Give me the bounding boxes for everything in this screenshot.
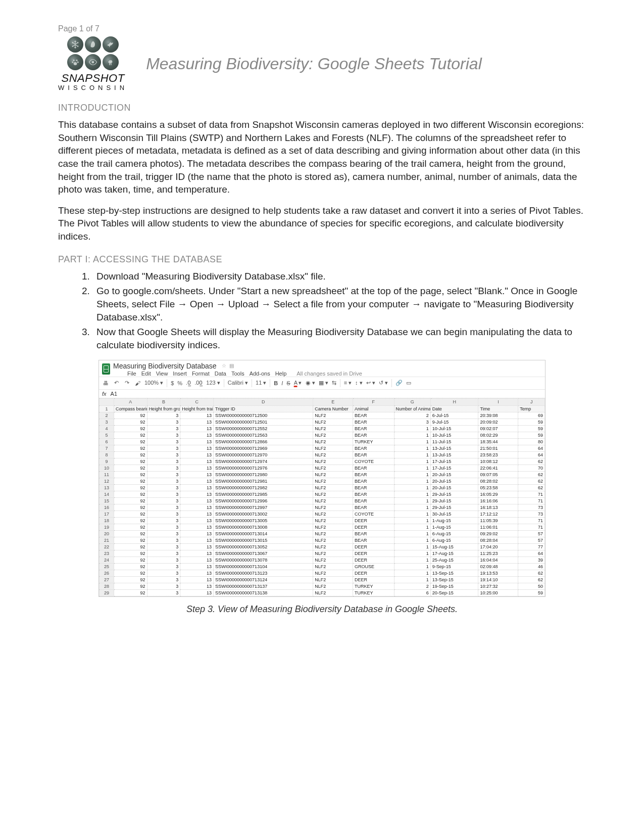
data-cell[interactable]: 92 <box>114 438 147 445</box>
data-cell[interactable]: 9-Sep-15 <box>430 563 478 570</box>
data-cell[interactable]: 1 <box>394 543 430 550</box>
data-cell[interactable]: 1 <box>394 445 430 451</box>
data-cell[interactable]: 1 <box>394 504 430 511</box>
data-cell[interactable]: 1 <box>394 465 430 471</box>
data-cell[interactable]: SSWI0000000000712997 <box>214 504 313 511</box>
data-cell[interactable]: 1 <box>394 517 430 524</box>
data-cell[interactable]: 13-Sep-15 <box>430 576 478 583</box>
data-cell[interactable]: 13 <box>180 419 214 425</box>
data-cell[interactable]: 73 <box>518 511 545 517</box>
data-cell[interactable]: 17:12:12 <box>478 511 518 517</box>
data-cell[interactable]: 6-Aug-15 <box>430 530 478 537</box>
menu-insert[interactable]: Insert <box>173 370 187 377</box>
column-header[interactable]: J <box>518 398 545 405</box>
data-cell[interactable]: 25-Aug-15 <box>430 557 478 563</box>
data-cell[interactable]: NLF2 <box>313 504 353 511</box>
data-cell[interactable]: 92 <box>114 583 147 589</box>
data-cell[interactable]: 09:02:07 <box>478 425 518 432</box>
data-cell[interactable]: 6-Jul-15 <box>430 412 478 419</box>
header-cell[interactable]: Height from ground <box>147 405 180 412</box>
data-cell[interactable]: 3 <box>147 563 180 570</box>
data-cell[interactable]: 13 <box>180 432 214 438</box>
data-cell[interactable]: 11-Jul-15 <box>430 438 478 445</box>
data-cell[interactable]: 92 <box>114 465 147 471</box>
data-cell[interactable]: 3 <box>147 537 180 543</box>
text-wrap-icon[interactable]: ↩ ▾ <box>366 380 375 386</box>
data-cell[interactable]: 3 <box>147 557 180 563</box>
data-cell[interactable]: COYOTE <box>353 511 394 517</box>
data-cell[interactable]: 20:09:02 <box>478 419 518 425</box>
data-cell[interactable]: NLF2 <box>313 557 353 563</box>
data-cell[interactable]: DEER <box>353 570 394 576</box>
data-cell[interactable]: NLF2 <box>313 530 353 537</box>
data-cell[interactable]: BEAR <box>353 504 394 511</box>
row-header[interactable]: 29 <box>100 589 114 596</box>
data-cell[interactable]: 20-Jul-15 <box>430 471 478 478</box>
data-cell[interactable]: TURKEY <box>353 583 394 589</box>
row-header[interactable]: 8 <box>100 451 114 458</box>
data-cell[interactable]: 16:04:04 <box>478 557 518 563</box>
data-cell[interactable]: 92 <box>114 570 147 576</box>
data-cell[interactable]: NLF2 <box>313 445 353 451</box>
data-cell[interactable]: 10-Jul-15 <box>430 432 478 438</box>
column-header[interactable]: H <box>430 398 478 405</box>
menu-help[interactable]: Help <box>275 370 287 377</box>
increase-decimal-icon[interactable]: .00̲ <box>194 380 203 386</box>
data-cell[interactable]: 17:04:20 <box>478 543 518 550</box>
data-cell[interactable]: 1 <box>394 458 430 465</box>
data-cell[interactable]: 2 <box>394 583 430 589</box>
data-cell[interactable]: NLF2 <box>313 537 353 543</box>
data-cell[interactable]: 3 <box>147 458 180 465</box>
data-cell[interactable]: NLF2 <box>313 550 353 557</box>
header-cell[interactable]: Temp <box>518 405 545 412</box>
data-cell[interactable]: NLF2 <box>313 465 353 471</box>
row-header[interactable]: 24 <box>100 557 114 563</box>
data-cell[interactable]: DEER <box>353 557 394 563</box>
move-to-folder-icon[interactable]: ▤ <box>229 363 234 368</box>
data-cell[interactable]: 2 <box>394 412 430 419</box>
fill-color-icon[interactable]: ◉ ▾ <box>306 380 315 386</box>
sheets-document-name[interactable]: Measuring Biodiversity Database <box>113 362 217 370</box>
data-cell[interactable]: 73 <box>518 504 545 511</box>
data-cell[interactable]: 64 <box>518 445 545 451</box>
data-cell[interactable]: BEAR <box>353 537 394 543</box>
decrease-decimal-icon[interactable]: .0̲ <box>186 380 191 386</box>
data-cell[interactable]: 3 <box>147 530 180 537</box>
data-cell[interactable]: 3 <box>147 583 180 589</box>
data-cell[interactable]: 3 <box>147 432 180 438</box>
data-cell[interactable]: 1 <box>394 484 430 491</box>
data-cell[interactable]: 57 <box>518 530 545 537</box>
star-icon[interactable]: ☆ <box>222 363 226 368</box>
data-cell[interactable]: SSWI0000000000713008 <box>214 524 313 530</box>
data-cell[interactable]: 13 <box>180 583 214 589</box>
data-cell[interactable]: 3 <box>147 478 180 484</box>
data-cell[interactable]: 29-Jul-15 <box>430 491 478 497</box>
data-cell[interactable]: SSWI0000000000712969 <box>214 445 313 451</box>
data-cell[interactable]: 71 <box>518 491 545 497</box>
data-cell[interactable]: 92 <box>114 576 147 583</box>
data-cell[interactable]: 6 <box>394 589 430 596</box>
data-cell[interactable]: 30-Jul-15 <box>430 511 478 517</box>
data-cell[interactable]: 08:28:02 <box>478 478 518 484</box>
data-cell[interactable]: 62 <box>518 471 545 478</box>
data-cell[interactable]: 18:35:44 <box>478 438 518 445</box>
data-cell[interactable]: 59 <box>518 425 545 432</box>
data-cell[interactable]: 13 <box>180 524 214 530</box>
data-cell[interactable]: NLF2 <box>313 563 353 570</box>
data-cell[interactable]: 3 <box>394 419 430 425</box>
data-cell[interactable]: 39 <box>518 557 545 563</box>
data-cell[interactable]: 11:05:39 <box>478 517 518 524</box>
data-cell[interactable]: 92 <box>114 419 147 425</box>
data-cell[interactable]: 3 <box>147 445 180 451</box>
data-cell[interactable]: BEAR <box>353 425 394 432</box>
data-cell[interactable]: 64 <box>518 451 545 458</box>
text-color-icon[interactable]: A ▾ <box>294 380 302 386</box>
row-header[interactable]: 15 <box>100 497 114 504</box>
data-cell[interactable]: NLF2 <box>313 524 353 530</box>
data-cell[interactable]: 15-Aug-15 <box>430 543 478 550</box>
data-cell[interactable]: 21:50:01 <box>478 445 518 451</box>
data-cell[interactable]: 13 <box>180 425 214 432</box>
data-cell[interactable]: NLF2 <box>313 589 353 596</box>
header-cell[interactable]: Trigger ID <box>214 405 313 412</box>
data-cell[interactable]: 10-Jul-15 <box>430 425 478 432</box>
